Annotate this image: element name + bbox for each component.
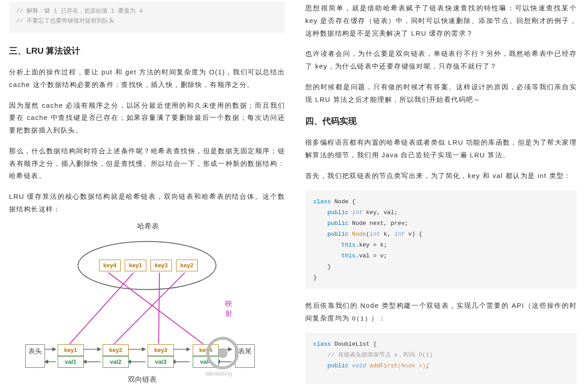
right-paragraph-1: 思想很简单，就是借助哈希表赋予了链表快速查找的特性嘛：可以快速查找某个 key … (305, 2, 577, 39)
svg-line-1 (108, 273, 203, 344)
code-block-doublelist: class DoubleList { // 在链表头部添加节点 x，时间 O(1… (305, 333, 577, 384)
left-paragraph-1: 分析上面的操作过程，要让 put 和 get 方法的时间复杂度为 O(1)，我们… (9, 66, 285, 91)
ll-val-2: val2 (103, 356, 129, 368)
hash-key-4: key4 (99, 260, 121, 271)
left-column: // 解释：键 1 已存在，把原始值 1 覆盖为 4 // 不要忘了也要将键值对… (0, 0, 294, 384)
right-paragraph-4: 很多编程语言都有内置的哈希链表或者类似 LRU 功能的库函数，但是为了帮大家理解… (305, 136, 577, 161)
ll-key-3: key3 (148, 344, 174, 356)
svg-line-3 (158, 273, 159, 344)
ll-key-1: key1 (58, 344, 84, 356)
two-column-layout: // 解释：键 1 已存在，把原始值 1 覆盖为 4 // 不要忘了也要将键值对… (0, 0, 588, 384)
left-paragraph-2: 因为显然 cache 必须有顺序之分，以区分最近使用的和久未使用的数据；而且我们… (9, 99, 285, 137)
watermark: labuladong (205, 336, 240, 377)
right-paragraph-3: 想的时候都是问题，只有做的时候才有答案。这样设计的原因，必须等我们亲自实现 LR… (305, 81, 577, 106)
hashtable-label: 哈希表 (137, 222, 159, 231)
ll-val-3: val3 (148, 356, 174, 368)
hash-linked-list-diagram: 哈希表 key4 key1 key3 key2 映 射 表头 key1 val1… (9, 224, 285, 384)
svg-line-4 (114, 273, 185, 344)
hash-key-2: key2 (176, 260, 198, 271)
left-paragraph-4: LRU 缓存算法的核心数据结构就是哈希链表，双向链表和哈希表的结合体。这个数据结… (9, 190, 285, 215)
right-paragraph-6: 然后依靠我们的 Node 类型构建一个双链表，实现几个需要的 API（这些操作的… (305, 299, 577, 325)
right-paragraph-2: 也许读者会问，为什么要是双向链表，单链表行不行？另外，既然哈希表中已经存了 ke… (305, 47, 577, 73)
code-comment-2: // 不要忘了也要将键值对提前到队头 (16, 16, 278, 26)
mapping-label-1: 映 (225, 299, 232, 309)
svg-point-16 (218, 348, 228, 358)
hash-key-3: key3 (150, 260, 172, 271)
dll-label: 双向链表 (128, 375, 157, 384)
mapping-label-2: 射 (225, 309, 232, 319)
list-head: 表头 (25, 344, 45, 368)
hash-key-1: key1 (125, 260, 146, 271)
ll-key-2: key2 (103, 344, 129, 356)
code-block-top: // 解释：键 1 已存在，把原始值 1 覆盖为 4 // 不要忘了也要将键值对… (9, 2, 285, 33)
left-paragraph-3: 那么，什么数据结构同时符合上述条件呢？哈希表查找快，但是数据无固定顺序；链表有顺… (9, 145, 285, 182)
right-column: 思想很简单，就是借助哈希表赋予了链表快速查找的特性嘛：可以快速查找某个 key … (294, 0, 588, 384)
heading-section-4: 四、代码实现 (305, 115, 577, 127)
ll-val-1: val1 (58, 356, 84, 368)
watermark-text: labuladong (205, 370, 232, 377)
right-paragraph-5: 首先，我们把双链表的节点类写出来，为了简化，key 和 val 都认为是 int… (305, 169, 577, 182)
heading-section-3: 三、LRU 算法设计 (9, 45, 285, 57)
code-comment-1: // 解释：键 1 已存在，把原始值 1 覆盖为 4 (16, 6, 278, 16)
code-block-node: class Node { public int key, val; public… (305, 190, 577, 289)
